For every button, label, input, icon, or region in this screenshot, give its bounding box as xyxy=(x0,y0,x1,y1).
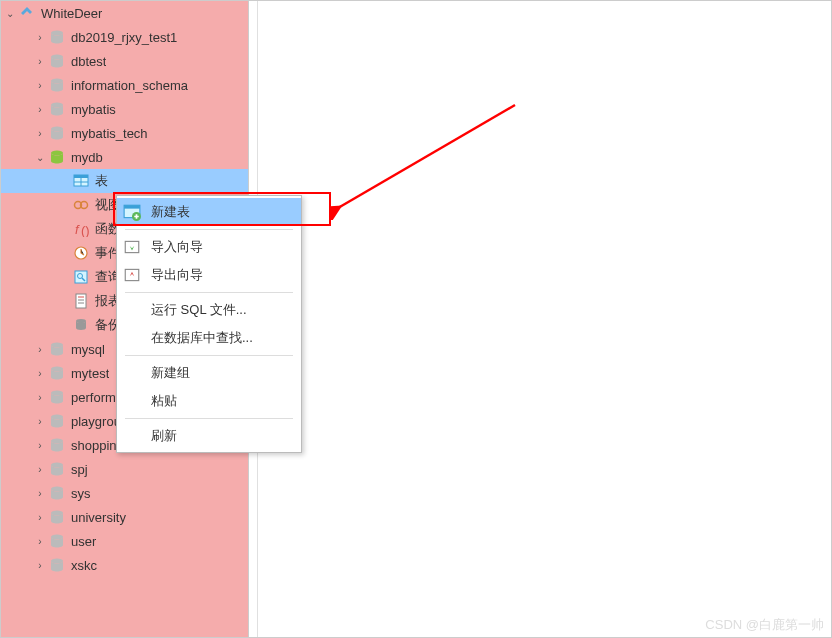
database-label: sys xyxy=(71,486,91,501)
menu-new-group[interactable]: 新建组 xyxy=(117,359,301,387)
database-icon xyxy=(49,77,65,93)
database-node[interactable]: ›db2019_rjxy_test1 xyxy=(1,25,248,49)
database-label: dbtest xyxy=(71,54,106,69)
database-icon xyxy=(49,101,65,117)
svg-point-0 xyxy=(51,31,63,36)
menu-import-wizard[interactable]: 导入向导 xyxy=(117,233,301,261)
database-icon xyxy=(49,485,65,501)
menu-label: 刷新 xyxy=(151,427,177,445)
report-icon xyxy=(73,293,89,309)
svg-point-22 xyxy=(76,319,86,323)
database-active-icon xyxy=(49,149,65,165)
svg-point-23 xyxy=(51,343,63,348)
expand-icon[interactable]: › xyxy=(33,510,47,524)
menu-label: 导入向导 xyxy=(151,238,203,256)
svg-rect-7 xyxy=(74,175,88,178)
expand-icon[interactable]: › xyxy=(33,462,47,476)
expand-icon[interactable]: › xyxy=(33,54,47,68)
connection-icon xyxy=(19,5,35,21)
menu-label: 粘贴 xyxy=(151,392,177,410)
svg-point-32 xyxy=(51,559,63,564)
database-node[interactable]: ›university xyxy=(1,505,248,529)
connection-node[interactable]: ⌄ WhiteDeer xyxy=(1,1,248,25)
tree-child-table[interactable]: ›表 xyxy=(1,169,248,193)
expand-icon[interactable]: › xyxy=(33,30,47,44)
database-node[interactable]: ›spj xyxy=(1,457,248,481)
table-icon xyxy=(73,173,89,189)
svg-rect-34 xyxy=(124,205,140,208)
blank-icon xyxy=(123,329,141,347)
expand-icon[interactable]: › xyxy=(33,534,47,548)
svg-point-1 xyxy=(51,55,63,60)
database-label: university xyxy=(71,510,126,525)
tree-child-label: 表 xyxy=(95,172,108,190)
svg-rect-37 xyxy=(125,269,139,280)
expand-icon[interactable]: › xyxy=(33,390,47,404)
blank-icon xyxy=(123,364,141,382)
database-node[interactable]: ›mybatis_tech xyxy=(1,121,248,145)
database-label: mydb xyxy=(71,150,103,165)
database-label: db2019_rjxy_test1 xyxy=(71,30,177,45)
menu-separator xyxy=(125,292,293,293)
menu-run-sql[interactable]: 运行 SQL 文件... xyxy=(117,296,301,324)
menu-separator xyxy=(125,229,293,230)
svg-rect-18 xyxy=(76,294,86,308)
expand-icon[interactable]: ⌄ xyxy=(3,6,17,20)
database-node[interactable]: ›information_schema xyxy=(1,73,248,97)
menu-separator xyxy=(125,418,293,419)
database-label: xskc xyxy=(71,558,97,573)
connection-label: WhiteDeer xyxy=(41,6,102,21)
menu-new-table[interactable]: 新建表 xyxy=(117,198,301,226)
svg-rect-15 xyxy=(75,271,87,283)
expand-icon[interactable]: › xyxy=(33,558,47,572)
svg-point-3 xyxy=(51,103,63,108)
expand-icon[interactable]: › xyxy=(33,78,47,92)
expand-icon[interactable]: › xyxy=(33,414,47,428)
menu-paste[interactable]: 粘贴 xyxy=(117,387,301,415)
database-icon xyxy=(49,389,65,405)
menu-find-in-db[interactable]: 在数据库中查找... xyxy=(117,324,301,352)
svg-point-26 xyxy=(51,415,63,420)
database-icon xyxy=(49,365,65,381)
database-icon xyxy=(49,557,65,573)
query-icon xyxy=(73,269,89,285)
database-node-mydb[interactable]: ⌄ mydb xyxy=(1,145,248,169)
database-node[interactable]: ›user xyxy=(1,529,248,553)
expand-icon[interactable]: › xyxy=(33,342,47,356)
menu-label: 新建表 xyxy=(151,203,190,221)
database-icon xyxy=(49,29,65,45)
database-icon xyxy=(49,53,65,69)
expand-icon[interactable]: ⌄ xyxy=(33,150,47,164)
expand-icon[interactable]: › xyxy=(33,366,47,380)
context-menu: 新建表 导入向导 导出向导 运行 SQL 文件... 在数据库中查找... 新建… xyxy=(116,195,302,453)
database-icon xyxy=(49,125,65,141)
svg-point-31 xyxy=(51,535,63,540)
expand-icon[interactable]: › xyxy=(33,126,47,140)
blank-icon xyxy=(123,427,141,445)
watermark: CSDN @白鹿第一帅 xyxy=(705,616,824,634)
export-icon xyxy=(123,266,141,284)
event-icon xyxy=(73,245,89,261)
expand-icon[interactable]: › xyxy=(33,486,47,500)
database-node[interactable]: ›dbtest xyxy=(1,49,248,73)
menu-label: 运行 SQL 文件... xyxy=(151,301,247,319)
backup-icon xyxy=(73,317,89,333)
expand-icon[interactable]: › xyxy=(33,438,47,452)
database-label: mytest xyxy=(71,366,109,381)
database-label: mybatis xyxy=(71,102,116,117)
menu-label: 在数据库中查找... xyxy=(151,329,253,347)
database-node[interactable]: ›mybatis xyxy=(1,97,248,121)
database-icon xyxy=(49,413,65,429)
blank-icon xyxy=(123,301,141,319)
svg-point-29 xyxy=(51,487,63,492)
database-label: user xyxy=(71,534,96,549)
menu-export-wizard[interactable]: 导出向导 xyxy=(117,261,301,289)
database-label: spj xyxy=(71,462,88,477)
database-node[interactable]: ›sys xyxy=(1,481,248,505)
menu-refresh[interactable]: 刷新 xyxy=(117,422,301,450)
import-icon xyxy=(123,238,141,256)
expand-icon[interactable]: › xyxy=(33,102,47,116)
svg-rect-36 xyxy=(125,241,139,252)
database-node[interactable]: ›xskc xyxy=(1,553,248,577)
database-label: mysql xyxy=(71,342,105,357)
